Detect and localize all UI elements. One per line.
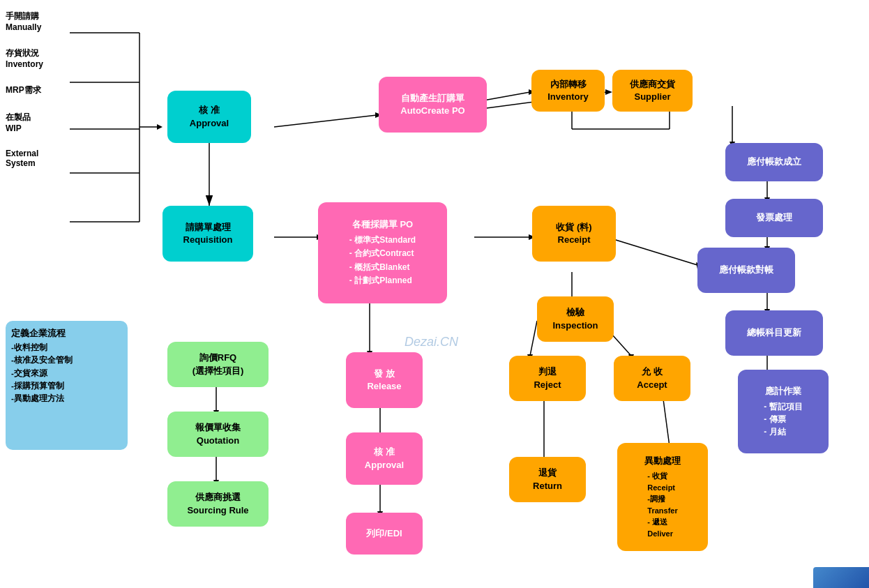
- svg-line-28: [530, 321, 537, 356]
- label-inventory-src: 存貨狀況 Inventory: [6, 47, 43, 69]
- label-mrp: MRP需求: [6, 84, 43, 96]
- left-labels: 手開請購 Manually 存貨狀況 Inventory MRP需求 在製品 W…: [6, 10, 43, 171]
- svg-line-34: [663, 394, 670, 446]
- inventory-transfer-box: 內部轉移 Inventory: [531, 70, 605, 112]
- approval-mid-box: 核 准 Approval: [346, 432, 423, 485]
- quotation-box: 報價單收集 Quotation: [167, 412, 269, 457]
- release-box: 發 放 Release: [346, 352, 423, 408]
- requisition-box: 請購單處理 Requisition: [163, 206, 253, 262]
- exception-box: 異動處理 - 收貨 Receipt -調撥 Transfer - 遞送 Deli…: [617, 443, 708, 551]
- diagram-container: 手開請購 Manually 存貨狀況 Inventory MRP需求 在製品 W…: [0, 0, 869, 588]
- accept-box: 允 收 Accept: [614, 356, 690, 401]
- accrual-box: 應計作業 - 暫記項目 - 傳票 - 月結: [738, 370, 829, 453]
- ledger-update-box: 總帳科目更新: [725, 310, 823, 356]
- supplier-box: 供應商交貨 Supplier: [612, 70, 693, 112]
- bottom-decoration: [813, 567, 869, 588]
- payable-reconcile-box: 應付帳款對帳: [697, 248, 795, 293]
- sourcing-box: 供應商挑選 Sourcing Rule: [167, 481, 269, 527]
- svg-line-9: [274, 115, 377, 127]
- approval-top-box: 核 准 Approval: [167, 91, 251, 143]
- payable-create-box: 應付帳款成立: [725, 143, 823, 181]
- bottom-left-definition-box: 定義企業流程 -收料控制 -核准及安全管制 -交貨來源 -採購預算管制 -異動處…: [6, 321, 128, 450]
- return-box: 退貨 Return: [509, 457, 586, 502]
- print-edi-box: 列印/EDI: [346, 513, 423, 555]
- reject-box: 判退 Reject: [509, 356, 586, 401]
- inspection-box: 檢驗 Inspection: [537, 296, 614, 342]
- rfq-box: 詢價RFQ (選擇性項目): [167, 342, 269, 387]
- svg-line-24: [607, 237, 697, 265]
- invoice-box: 發票處理: [725, 199, 823, 237]
- receipt-box: 收貨 (料) Receipt: [532, 206, 616, 262]
- label-manually: 手開請購 Manually: [6, 10, 43, 32]
- po-types-box: 各種採購單 PO - 標準式Standard - 合約式Contract - 概…: [318, 202, 447, 303]
- label-wip: 在製品 WIP: [6, 112, 43, 133]
- svg-marker-7: [157, 124, 163, 130]
- autocreate-po-box: 自動產生訂購單 AutoCreate PO: [379, 77, 487, 133]
- watermark: Dezai.CN: [405, 335, 458, 349]
- svg-marker-16: [605, 89, 612, 95]
- label-external: External System: [6, 149, 43, 168]
